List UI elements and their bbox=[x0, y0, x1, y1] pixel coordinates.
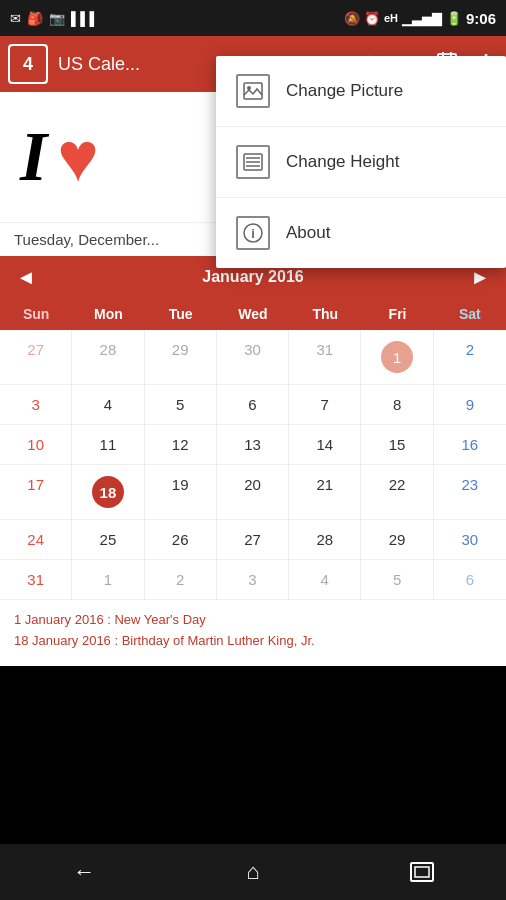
cal-row-3: 10 11 12 13 14 15 16 bbox=[0, 425, 506, 465]
cal-cell[interactable]: 30 bbox=[434, 520, 506, 559]
cal-row-6: 31 1 2 3 4 5 6 bbox=[0, 560, 506, 600]
photo-icon: 📷 bbox=[49, 11, 65, 26]
status-bar: ✉ 🎒 📷 ▌▌▌ 🔕 ⏰ eH ▁▃▅▇ 🔋 9:06 bbox=[0, 0, 506, 36]
cal-cell[interactable]: 29 bbox=[145, 330, 217, 384]
cal-header-thu: Thu bbox=[289, 298, 361, 330]
cal-cell-jan1[interactable]: 1 bbox=[361, 330, 433, 384]
menu-item-change-height-label: Change Height bbox=[286, 152, 399, 172]
cal-cell-today[interactable]: 18 bbox=[72, 465, 144, 519]
cal-cell[interactable]: 6 bbox=[434, 560, 506, 599]
recents-button[interactable] bbox=[397, 854, 447, 890]
cal-header-wed: Wed bbox=[217, 298, 289, 330]
app-icon[interactable]: 4 bbox=[8, 44, 48, 84]
calendar-grid: Sun Mon Tue Wed Thu Fri Sat 27 28 29 30 … bbox=[0, 298, 506, 600]
cal-cell[interactable]: 13 bbox=[217, 425, 289, 464]
calendar-header-row: Sun Mon Tue Wed Thu Fri Sat bbox=[0, 298, 506, 330]
cal-cell[interactable]: 26 bbox=[145, 520, 217, 559]
cal-cell[interactable]: 31 bbox=[289, 330, 361, 384]
cal-cell[interactable]: 28 bbox=[289, 520, 361, 559]
cal-cell[interactable]: 14 bbox=[289, 425, 361, 464]
message-icon: ✉ bbox=[10, 11, 21, 26]
cal-cell[interactable]: 4 bbox=[72, 385, 144, 424]
cal-prev-button[interactable]: ◄ bbox=[16, 266, 36, 289]
cal-cell[interactable]: 6 bbox=[217, 385, 289, 424]
menu-item-about[interactable]: i About bbox=[216, 198, 506, 268]
network-icon: eH bbox=[384, 12, 398, 24]
cal-cell[interactable]: 29 bbox=[361, 520, 433, 559]
cal-cell[interactable]: 2 bbox=[434, 330, 506, 384]
cal-cell[interactable]: 30 bbox=[217, 330, 289, 384]
cal-cell[interactable]: 27 bbox=[217, 520, 289, 559]
menu-item-about-label: About bbox=[286, 223, 330, 243]
cal-cell[interactable]: 11 bbox=[72, 425, 144, 464]
menu-item-change-picture[interactable]: Change Picture bbox=[216, 56, 506, 127]
cal-cell[interactable]: 4 bbox=[289, 560, 361, 599]
app-icon-date: 4 bbox=[10, 46, 46, 82]
cal-row-5: 24 25 26 27 28 29 30 bbox=[0, 520, 506, 560]
cal-cell[interactable]: 20 bbox=[217, 465, 289, 519]
jan1-circle: 1 bbox=[381, 341, 413, 373]
cal-cell[interactable]: 25 bbox=[72, 520, 144, 559]
events-section: 1 January 2016 : New Year's Day 18 Janua… bbox=[0, 600, 506, 666]
menu-item-change-picture-label: Change Picture bbox=[286, 81, 403, 101]
home-button[interactable]: ⌂ bbox=[228, 854, 278, 890]
nav-bar: ← ⌂ bbox=[0, 844, 506, 900]
cal-cell[interactable]: 19 bbox=[145, 465, 217, 519]
event-item-1: 1 January 2016 : New Year's Day bbox=[14, 612, 492, 627]
cal-cell[interactable]: 31 bbox=[0, 560, 72, 599]
svg-rect-13 bbox=[415, 867, 429, 877]
cal-cell[interactable]: 9 bbox=[434, 385, 506, 424]
today-circle: 18 bbox=[92, 476, 124, 508]
cal-cell[interactable]: 10 bbox=[0, 425, 72, 464]
battery-icon: 🔋 bbox=[446, 11, 462, 26]
cal-cell[interactable]: 17 bbox=[0, 465, 72, 519]
lines-icon bbox=[236, 145, 270, 179]
svg-text:i: i bbox=[251, 226, 255, 241]
cal-month-year: January 2016 bbox=[202, 268, 303, 286]
cal-header-mon: Mon bbox=[72, 298, 144, 330]
cal-cell[interactable]: 2 bbox=[145, 560, 217, 599]
cal-cell[interactable]: 16 bbox=[434, 425, 506, 464]
cal-cell[interactable]: 3 bbox=[0, 385, 72, 424]
mute-icon: 🔕 bbox=[344, 11, 360, 26]
heart-icon: ♥ bbox=[57, 122, 99, 192]
dropdown-menu: Change Picture Change Height i About bbox=[216, 56, 506, 268]
cal-cell[interactable]: 5 bbox=[145, 385, 217, 424]
cal-cell[interactable]: 23 bbox=[434, 465, 506, 519]
cal-cell[interactable]: 22 bbox=[361, 465, 433, 519]
cal-cell[interactable]: 5 bbox=[361, 560, 433, 599]
status-right: 🔕 ⏰ eH ▁▃▅▇ 🔋 9:06 bbox=[344, 10, 496, 27]
cal-cell[interactable]: 24 bbox=[0, 520, 72, 559]
cal-cell[interactable]: 3 bbox=[217, 560, 289, 599]
cal-header-fri: Fri bbox=[361, 298, 433, 330]
bars-icon: ▌▌▌ bbox=[71, 11, 99, 26]
cal-cell[interactable]: 28 bbox=[72, 330, 144, 384]
cal-cell[interactable]: 15 bbox=[361, 425, 433, 464]
cal-cell[interactable]: 27 bbox=[0, 330, 72, 384]
cal-cell[interactable]: 8 bbox=[361, 385, 433, 424]
cal-cell[interactable]: 12 bbox=[145, 425, 217, 464]
cal-header-tue: Tue bbox=[145, 298, 217, 330]
cal-header-sat: Sat bbox=[434, 298, 506, 330]
love-text: I bbox=[20, 122, 47, 192]
status-time: 9:06 bbox=[466, 10, 496, 27]
cal-row-4: 17 18 19 20 21 22 23 bbox=[0, 465, 506, 520]
cal-cell[interactable]: 1 bbox=[72, 560, 144, 599]
status-left-icons: ✉ 🎒 📷 ▌▌▌ bbox=[10, 11, 99, 26]
menu-item-change-height[interactable]: Change Height bbox=[216, 127, 506, 198]
cal-row-2: 3 4 5 6 7 8 9 bbox=[0, 385, 506, 425]
cal-row-1: 27 28 29 30 31 1 2 bbox=[0, 330, 506, 385]
bag-icon: 🎒 bbox=[27, 11, 43, 26]
back-button[interactable]: ← bbox=[59, 854, 109, 890]
cal-cell[interactable]: 7 bbox=[289, 385, 361, 424]
cal-cell[interactable]: 21 bbox=[289, 465, 361, 519]
event-item-2: 18 January 2016 : Birthday of Martin Lut… bbox=[14, 633, 492, 648]
alarm-icon: ⏰ bbox=[364, 11, 380, 26]
cal-next-button[interactable]: ► bbox=[470, 266, 490, 289]
info-icon: i bbox=[236, 216, 270, 250]
cal-header-sun: Sun bbox=[0, 298, 72, 330]
signal-icon: ▁▃▅▇ bbox=[402, 11, 442, 26]
picture-icon bbox=[236, 74, 270, 108]
